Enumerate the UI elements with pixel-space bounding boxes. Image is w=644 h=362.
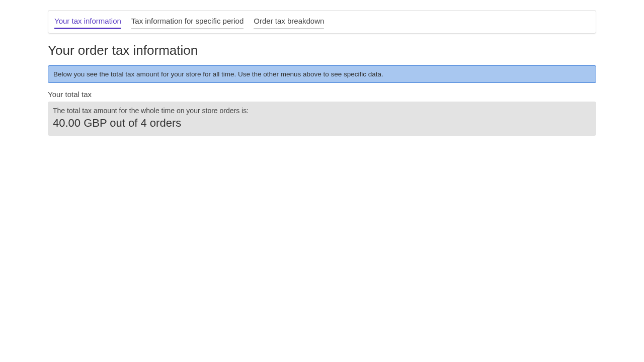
tab-order-breakdown[interactable]: Order tax breakdown: [254, 16, 324, 29]
tab-specific-period[interactable]: Tax information for specific period: [131, 16, 244, 29]
summary-description: The total tax amount for the whole time …: [53, 107, 591, 115]
total-tax-summary: The total tax amount for the whole time …: [48, 102, 596, 136]
section-label: Your total tax: [48, 90, 596, 99]
tabs-list: Your tax information Tax information for…: [54, 16, 590, 29]
page-title: Your order tax information: [48, 43, 596, 58]
info-banner: Below you see the total tax amount for y…: [48, 65, 596, 83]
tab-your-tax-information[interactable]: Your tax information: [54, 16, 121, 29]
tabs-container: Your tax information Tax information for…: [48, 10, 596, 34]
summary-value: 40.00 GBP out of 4 orders: [53, 117, 591, 130]
